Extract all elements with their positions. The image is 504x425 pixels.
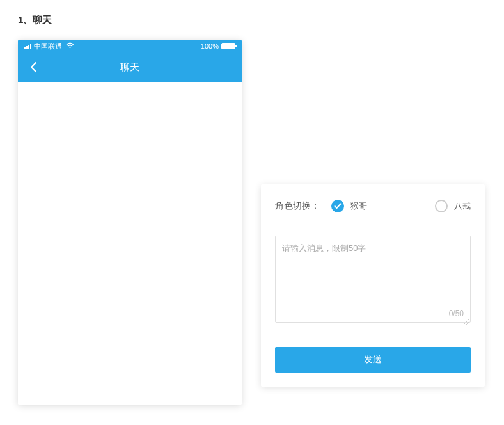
radio-label: 猴哥: [350, 200, 367, 212]
radio-label: 八戒: [454, 200, 471, 212]
status-left: 中国联通: [24, 42, 74, 51]
battery-icon: [221, 43, 235, 49]
status-right: 100%: [201, 42, 235, 50]
back-button[interactable]: [26, 60, 41, 75]
section-title: 1、聊天: [18, 14, 52, 26]
role-switch-row: 角色切换： 猴哥 八戒: [275, 200, 471, 212]
send-button[interactable]: 发送: [275, 347, 471, 373]
message-panel: 角色切换： 猴哥 八戒 0/50 发送: [261, 184, 485, 387]
role-switch-label: 角色切换：: [275, 200, 320, 212]
radio-unchecked-icon: [435, 200, 448, 212]
signal-icon: [24, 43, 31, 49]
radio-option-bajie[interactable]: 八戒: [435, 200, 471, 212]
chat-body: [18, 82, 242, 405]
char-counter: 0/50: [449, 309, 464, 318]
battery-text: 100%: [201, 42, 219, 50]
resize-handle-icon[interactable]: [464, 316, 469, 321]
phone-mockup: 中国联通 100% 聊天: [18, 40, 242, 405]
carrier-text: 中国联通: [34, 42, 62, 51]
radio-checked-icon: [331, 200, 344, 212]
chevron-left-icon: [29, 61, 37, 73]
wifi-icon: [66, 42, 74, 50]
nav-title: 聊天: [18, 61, 242, 74]
message-input[interactable]: [276, 236, 470, 319]
textarea-container: 0/50: [275, 236, 471, 323]
nav-bar: 聊天: [18, 52, 242, 82]
radio-option-houge[interactable]: 猴哥: [331, 200, 367, 212]
status-bar: 中国联通 100%: [18, 40, 242, 52]
checkmark-icon: [334, 203, 342, 209]
